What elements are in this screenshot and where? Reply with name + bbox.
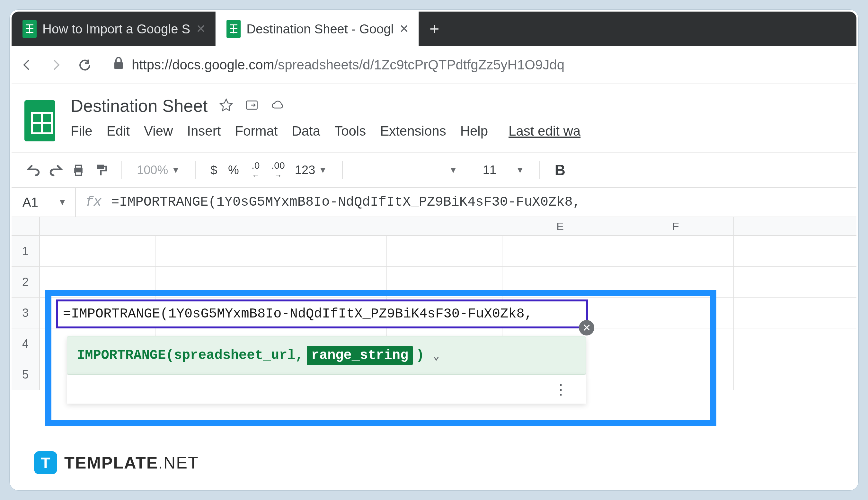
- menu-edit[interactable]: Edit: [107, 123, 130, 139]
- watermark-badge: T: [34, 451, 57, 474]
- url-prefix: https://: [132, 57, 172, 72]
- percent-button[interactable]: %: [225, 163, 242, 177]
- menu-bar: File Edit View Insert Format Data Tools …: [71, 123, 580, 139]
- watermark-suffix: .NET: [158, 453, 198, 472]
- menu-tools[interactable]: Tools: [334, 123, 366, 139]
- forward-button[interactable]: [46, 55, 66, 75]
- menu-format[interactable]: Format: [235, 123, 278, 139]
- cell[interactable]: [387, 236, 502, 266]
- browser-tab-inactive[interactable]: How to Import a Google S ✕: [12, 12, 216, 46]
- hint-close: ): [416, 348, 424, 363]
- star-icon[interactable]: [219, 98, 233, 113]
- cell-editor[interactable]: =IMPORTRANGE(1Y0sG5MYxmB8Io-NdQdIfItX_PZ…: [56, 299, 588, 328]
- lock-icon: [113, 57, 124, 73]
- menu-extensions[interactable]: Extensions: [380, 123, 446, 139]
- back-button[interactable]: [17, 55, 37, 75]
- sheets-icon: [227, 20, 241, 38]
- hint-sep: ,: [296, 348, 303, 363]
- hint-param-active: range_string: [307, 346, 413, 365]
- bold-button[interactable]: B: [552, 161, 569, 179]
- currency-button[interactable]: $: [207, 163, 220, 177]
- menu-data[interactable]: Data: [292, 123, 320, 139]
- url-bar[interactable]: https://docs.google.com/spreadsheets/d/1…: [103, 57, 851, 73]
- menu-file[interactable]: File: [71, 123, 93, 139]
- url-host: docs.google.com: [172, 57, 274, 72]
- browser-tab-active[interactable]: Destination Sheet - Googl ✕: [216, 12, 419, 46]
- sheets-logo[interactable]: [24, 100, 55, 141]
- formula-hint: IMPORTRANGE(spreadsheet_url, range_strin…: [67, 336, 586, 375]
- select-all-corner[interactable]: [12, 217, 40, 235]
- number-format-dropdown[interactable]: 123▼: [292, 163, 331, 177]
- more-icon[interactable]: ⋮: [554, 381, 568, 398]
- row-header[interactable]: 2: [12, 267, 40, 297]
- tab-label: Destination Sheet - Googl: [246, 22, 394, 36]
- cell[interactable]: [618, 236, 734, 266]
- fx-label: fx: [76, 194, 111, 210]
- svg-rect-3: [76, 165, 81, 168]
- chevron-down-icon: ▼: [319, 165, 327, 175]
- last-edit-link[interactable]: Last edit wa: [509, 123, 580, 139]
- document-title[interactable]: Destination Sheet: [71, 96, 208, 116]
- watermark: T TEMPLATE.NET: [34, 451, 199, 474]
- increase-decimals-button[interactable]: .00→: [269, 161, 287, 179]
- sheets-header: Destination Sheet File Edit View Inse: [12, 84, 856, 141]
- menu-insert[interactable]: Insert: [187, 123, 221, 139]
- cell[interactable]: [40, 236, 155, 266]
- col-header[interactable]: E: [502, 217, 618, 235]
- move-icon[interactable]: [245, 98, 259, 113]
- row-header[interactable]: 3: [12, 297, 40, 328]
- zoom-dropdown[interactable]: 100%▼: [134, 163, 183, 177]
- close-icon[interactable]: ✕: [579, 320, 594, 336]
- hint-param: spreadsheet_url: [174, 348, 295, 363]
- paint-format-button[interactable]: [92, 161, 110, 179]
- chevron-down-icon: ▼: [58, 197, 67, 207]
- cloud-status-icon[interactable]: [270, 98, 285, 113]
- browser-tab-bar: How to Import a Google S ✕ Destination S…: [12, 12, 856, 46]
- redo-button[interactable]: [47, 161, 65, 179]
- menu-help[interactable]: Help: [460, 123, 488, 139]
- svg-rect-0: [114, 62, 123, 69]
- font-size-dropdown[interactable]: 11 ▼: [479, 163, 528, 177]
- sheets-icon: [23, 20, 37, 38]
- formula-input[interactable]: =IMPORTRANGE(1Y0sG5MYxmB8Io-NdQdIfItX_PZ…: [111, 194, 581, 210]
- undo-button[interactable]: [24, 161, 43, 179]
- decrease-decimals-button[interactable]: .0←: [247, 161, 265, 179]
- address-bar: https://docs.google.com/spreadsheets/d/1…: [12, 46, 856, 84]
- new-tab-button[interactable]: +: [419, 12, 450, 46]
- print-button[interactable]: [69, 161, 88, 179]
- toolbar: 100%▼ $ % .0← .00→ 123▼ ▼ 11 ▼: [12, 152, 856, 188]
- menu-view[interactable]: View: [144, 123, 173, 139]
- row-header[interactable]: 4: [12, 328, 40, 359]
- cell[interactable]: [271, 236, 387, 266]
- name-box[interactable]: A1 ▼: [12, 188, 76, 217]
- reload-button[interactable]: [74, 55, 95, 75]
- url-path: /spreadsheets/d/1Zc9tcPrQTPdtfgZz5yH1O9J…: [274, 57, 565, 72]
- col-header[interactable]: F: [618, 217, 734, 235]
- chevron-down-icon: ▼: [516, 165, 524, 175]
- chevron-down-icon: ▼: [171, 165, 180, 175]
- close-icon[interactable]: ✕: [399, 22, 409, 36]
- hint-fn-name: IMPORTRANGE(: [77, 348, 174, 363]
- formula-hint-footer: ⋮: [67, 375, 586, 404]
- tab-label: How to Import a Google S: [43, 22, 190, 36]
- svg-rect-4: [76, 172, 81, 175]
- chevron-down-icon[interactable]: ⌄: [432, 348, 440, 363]
- watermark-brand: TEMPLATE: [64, 453, 158, 472]
- formula-bar: A1 ▼ fx =IMPORTRANGE(1Y0sG5MYxmB8Io-NdQd…: [12, 188, 856, 217]
- row-header[interactable]: 5: [12, 359, 40, 390]
- cell[interactable]: [502, 236, 618, 266]
- row-header[interactable]: 1: [12, 236, 40, 266]
- cell[interactable]: [155, 236, 271, 266]
- svg-rect-5: [97, 165, 104, 169]
- close-icon[interactable]: ✕: [196, 22, 206, 36]
- font-dropdown-caret[interactable]: ▼: [449, 165, 458, 175]
